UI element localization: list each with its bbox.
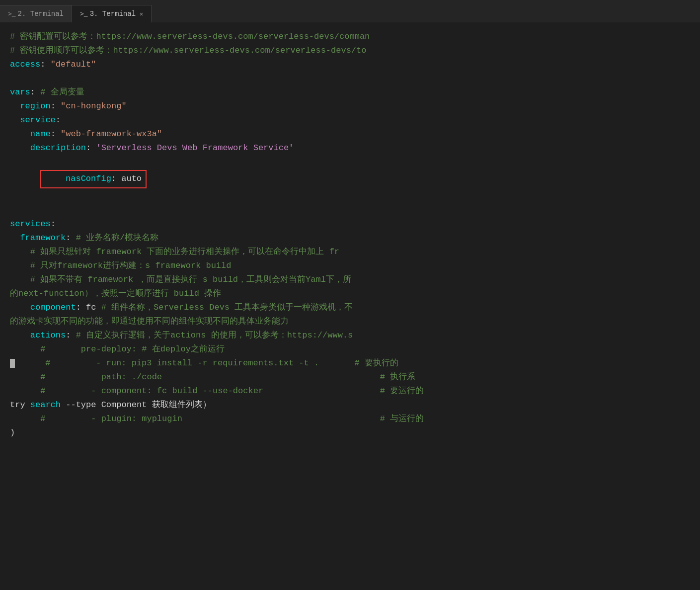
- line-25: try search --type Component 获取组件列表）: [10, 398, 690, 412]
- tab-3-terminal[interactable]: >_ 3. Terminal ✕: [72, 5, 152, 22]
- line-2: # 密钥使用顺序可以参考：https://www.serverless-devs…: [10, 44, 690, 58]
- line-13: framework: # 业务名称/模块名称: [10, 231, 690, 245]
- line-23: # path: ./code # 执行系: [10, 370, 690, 384]
- line-6: region: "cn-hongkong": [10, 99, 690, 113]
- tab-bar: >_ 2. Terminal >_ 3. Terminal ✕: [0, 0, 700, 22]
- line-26: # - plugin: myplugin # 与运行的: [10, 412, 690, 426]
- line-7: service:: [10, 113, 690, 127]
- line-27: ): [10, 426, 690, 440]
- tab-2-terminal[interactable]: >_ 2. Terminal: [0, 5, 72, 22]
- line-17: 的next-function），按照一定顺序进行 build 操作: [10, 287, 690, 301]
- line-15: # 只对framework进行构建：s framework build: [10, 259, 690, 273]
- line-4: [10, 72, 690, 85]
- line-18: component: fc # 组件名称，Serverless Devs 工具本…: [10, 301, 690, 315]
- line-5: vars: # 全局变量: [10, 85, 690, 99]
- line-24: # - component: fc build --use-docker # 要…: [10, 384, 690, 398]
- line-10-highlighted: nasConfig: auto: [10, 155, 690, 203]
- line-12: services:: [10, 217, 690, 231]
- line-9: description: 'Serverless Devs Web Framew…: [10, 141, 690, 155]
- line-16: # 如果不带有 framework ，而是直接执行 s build，工具则会对当…: [10, 273, 690, 287]
- line-14: # 如果只想针对 framework 下面的业务进行相关操作，可以在命令行中加上…: [10, 245, 690, 259]
- line-3: access: "default": [10, 58, 690, 72]
- line-11: [10, 203, 690, 217]
- line-22: # - run: pip3 install -r requirements.tx…: [10, 356, 690, 370]
- tab-3-label: 3. Terminal: [90, 10, 136, 18]
- tab-icon-2: >_: [8, 10, 16, 18]
- line-8: name: "web-framework-wx3a": [10, 127, 690, 141]
- line-1: # 密钥配置可以参考：https://www.serverless-devs.c…: [10, 30, 690, 44]
- close-icon[interactable]: ✕: [140, 10, 143, 18]
- line-19: 的游戏卡实现不同的功能，即通过使用不同的组件实现不同的具体业务能力: [10, 315, 690, 329]
- line-21: # pre-deploy: # 在deploy之前运行: [10, 342, 690, 356]
- tab-2-label: 2. Terminal: [18, 10, 64, 18]
- line-20: actions: # 自定义执行逻辑，关于actions 的使用，可以参考：ht…: [10, 329, 690, 342]
- app-container: >_ 2. Terminal >_ 3. Terminal ✕ # 密钥配置可以…: [0, 0, 700, 590]
- terminal-content: # 密钥配置可以参考：https://www.serverless-devs.c…: [0, 22, 700, 590]
- tab-icon-3: >_: [80, 10, 88, 18]
